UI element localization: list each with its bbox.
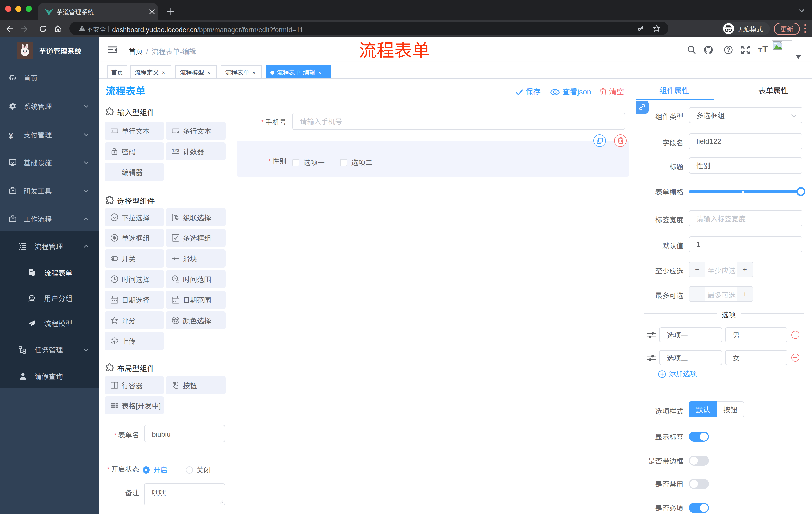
- svg-text:123: 123: [172, 147, 179, 154]
